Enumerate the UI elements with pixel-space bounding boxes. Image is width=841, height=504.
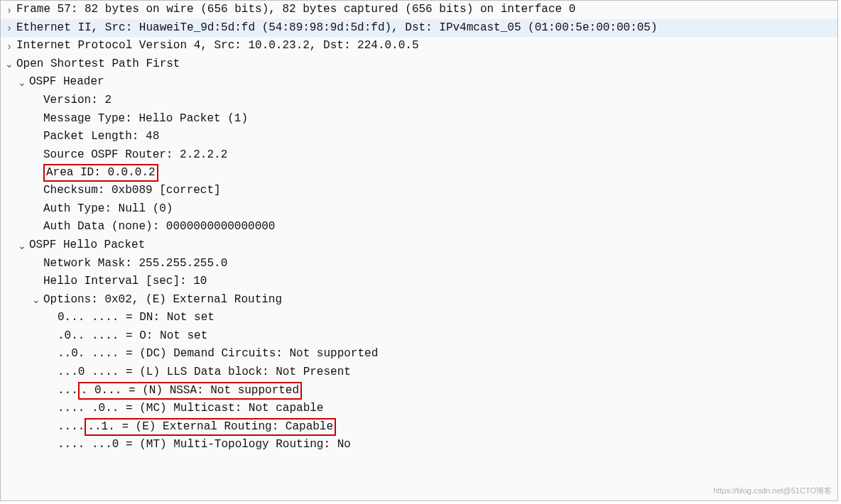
srcrtr-text: Source OSPF Router: 2.2.2.2 <box>43 146 227 165</box>
o-text: .0.. .... = O: Not set <box>58 327 207 346</box>
tree-item-ospf-hello[interactable]: ⌄ OSPF Hello Packet <box>1 236 837 255</box>
tree-item-frame[interactable]: › Frame 57: 82 bytes on wire (656 bits),… <box>1 1 837 19</box>
ospf-header-title: OSPF Header <box>29 73 104 92</box>
dn-text: 0... .... = DN: Not set <box>58 309 215 327</box>
chevron-right-icon[interactable]: › <box>2 38 16 54</box>
chevron-down-icon[interactable]: ⌄ <box>15 238 29 253</box>
e-box-text: ..1. = (E) External Routing: Capable <box>87 420 333 433</box>
ethernet-summary: Ethernet II, Src: HuaweiTe_9d:5d:fd (54:… <box>16 19 658 38</box>
areaid-text: Area ID: 0.0.0.2 <box>46 166 156 179</box>
watermark: https://blog.csdn.net@51CTO博客 <box>713 485 832 498</box>
field-option-o[interactable]: .0.. .... = O: Not set <box>1 327 837 346</box>
mc-text: .... .0.. = (MC) Multicast: Not capable <box>58 400 323 418</box>
authdata-text: Auth Data (none): 0000000000000000 <box>43 218 275 236</box>
field-checksum[interactable]: Checksum: 0xb089 [correct] <box>1 182 837 200</box>
field-auth-type[interactable]: Auth Type: Null (0) <box>1 200 837 219</box>
cksum-text: Checksum: 0xb089 [correct] <box>43 182 221 200</box>
tree-item-ip[interactable]: › Internet Protocol Version 4, Src: 10.0… <box>1 37 837 55</box>
dc-text: ..0. .... = (DC) Demand Circuits: Not su… <box>58 345 378 363</box>
tree-item-ethernet[interactable]: › Ethernet II, Src: HuaweiTe_9d:5d:fd (5… <box>1 19 837 38</box>
version-text: Version: 2 <box>43 92 112 110</box>
mt-text: .... ...0 = (MT) Multi-Topology Routing:… <box>58 436 351 454</box>
ospf-hello-title: OSPF Hello Packet <box>29 236 145 255</box>
field-option-l[interactable]: ...0 .... = (L) LLS Data block: Not Pres… <box>1 363 837 382</box>
ip-summary: Internet Protocol Version 4, Src: 10.0.2… <box>16 37 419 55</box>
msgtype-text: Message Type: Hello Packet (1) <box>43 110 248 128</box>
chevron-down-icon[interactable]: ⌄ <box>15 75 29 90</box>
nssa-highlight: . 0... = (N) NSSA: Not supported <box>78 382 302 400</box>
field-option-e[interactable]: .... ..1. = (E) External Routing: Capabl… <box>1 418 837 437</box>
chevron-right-icon[interactable]: › <box>2 20 16 35</box>
field-version[interactable]: Version: 2 <box>1 92 837 110</box>
field-option-mt[interactable]: .... ...0 = (MT) Multi-Topology Routing:… <box>1 436 837 454</box>
n-pre-text: ... <box>58 382 78 400</box>
tree-item-options[interactable]: ⌄ Options: 0x02, (E) External Routing <box>1 291 837 309</box>
field-area-id[interactable]: Area ID: 0.0.0.2 <box>1 164 837 182</box>
field-option-dc[interactable]: ..0. .... = (DC) Demand Circuits: Not su… <box>1 345 837 363</box>
tree-item-ospf-header[interactable]: ⌄ OSPF Header <box>1 73 837 92</box>
field-option-dn[interactable]: 0... .... = DN: Not set <box>1 309 837 327</box>
netmask-text: Network Mask: 255.255.255.0 <box>43 255 227 273</box>
packet-details-panel: › Frame 57: 82 bytes on wire (656 bits),… <box>0 0 838 501</box>
field-packet-length[interactable]: Packet Length: 48 <box>1 128 837 146</box>
area-id-highlight: Area ID: 0.0.0.2 <box>43 164 158 182</box>
chevron-down-icon[interactable]: ⌄ <box>2 56 16 72</box>
authtype-text: Auth Type: Null (0) <box>43 200 173 219</box>
field-option-n[interactable]: .... 0... = (N) NSSA: Not supported <box>1 382 837 400</box>
pktlen-text: Packet Length: 48 <box>43 128 159 146</box>
field-auth-data[interactable]: Auth Data (none): 0000000000000000 <box>1 218 837 236</box>
external-routing-highlight: ..1. = (E) External Routing: Capable <box>85 418 336 436</box>
n-box-text: . 0... = (N) NSSA: Not supported <box>81 384 299 397</box>
field-message-type[interactable]: Message Type: Hello Packet (1) <box>1 110 837 128</box>
field-hello-interval[interactable]: Hello Interval [sec]: 10 <box>1 273 837 291</box>
field-option-mc[interactable]: .... .0.. = (MC) Multicast: Not capable <box>1 400 837 418</box>
chevron-down-icon[interactable]: ⌄ <box>29 292 43 307</box>
l-text: ...0 .... = (L) LLS Data block: Not Pres… <box>58 363 351 382</box>
field-source-router[interactable]: Source OSPF Router: 2.2.2.2 <box>1 146 837 165</box>
frame-summary: Frame 57: 82 bytes on wire (656 bits), 8… <box>16 1 575 19</box>
field-network-mask[interactable]: Network Mask: 255.255.255.0 <box>1 255 837 273</box>
e-pre-text: .... <box>58 418 85 437</box>
tree-item-ospf[interactable]: ⌄ Open Shortest Path First <box>1 55 837 74</box>
interval-text: Hello Interval [sec]: 10 <box>43 273 207 291</box>
ospf-summary: Open Shortest Path First <box>16 55 180 74</box>
chevron-right-icon[interactable]: › <box>2 2 16 18</box>
options-text: Options: 0x02, (E) External Routing <box>43 291 282 309</box>
